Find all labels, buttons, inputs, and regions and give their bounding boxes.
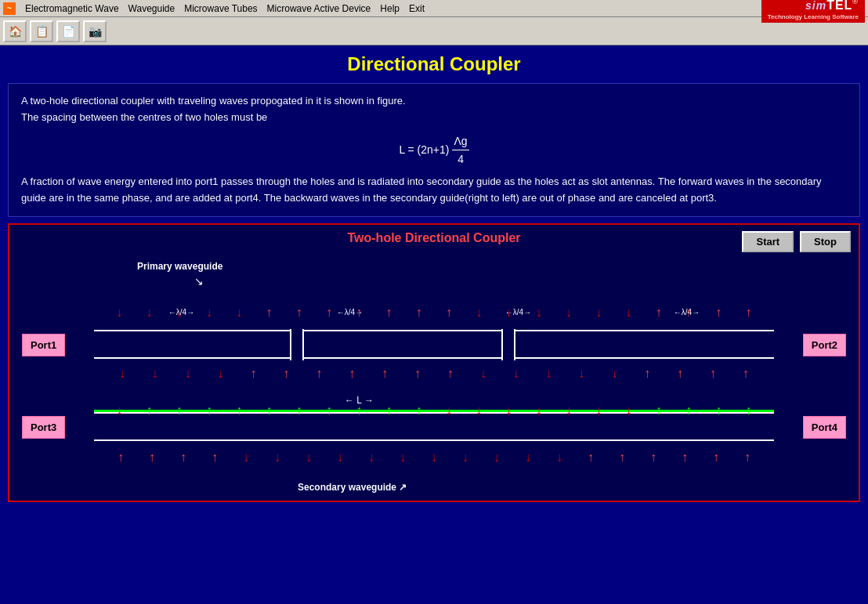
arr-dn-8: ↓ (534, 306, 544, 319)
arr-dn-r2-6: ↓ (512, 367, 521, 380)
secondary-arrow-row-red: ↑ ↑ ↑ ↑ ↓ ↓ ↓ ↓ ↓ ↓ ↓ ↓ ↓ ↓ ↓ ↑ ↑ ↑ ↑ ↑ (94, 451, 774, 464)
stop-button[interactable]: Stop (800, 231, 851, 252)
description-box: A two-hole directional coupler with trav… (8, 83, 860, 217)
main-content: Directional Coupler A two-hole direction… (0, 45, 868, 604)
secondary-waveguide-bottom-line (94, 439, 774, 441)
label-secondary-waveguide: Secondary waveguide ↗ (298, 482, 407, 493)
toolbar-list-button[interactable]: 📋 (30, 20, 53, 42)
arr-dn-s2-2: ↓ (273, 451, 282, 464)
arr-up-s1-14: ↑ (744, 404, 754, 417)
port1-label: Port1 (22, 334, 65, 356)
arr-dn-5: ↓ (234, 306, 244, 319)
primary-arrow-row-bottom: ↓ ↓ ↓ ↓ ↑ ↑ ↑ ↑ ↑ ↑ ↑ ↓ ↓ ↓ ↓ ↓ ↑ ↑ ↑ ↑ (94, 367, 774, 380)
arr-dn-1: ↓ (114, 306, 124, 319)
primary-arrow-row-top: ↓ ↓ ↓ ↓ ↓ ↑ ↑ ↑ ↑ ↑ ↑ ↑ ↓ ↓ ↓ ↓ ↓ ↓ (94, 306, 774, 319)
arr-dn-10: ↓ (594, 306, 603, 319)
arr-dn-s2-9: ↓ (492, 451, 501, 464)
menu-item-waveguide[interactable]: Waveguide (124, 2, 180, 16)
secondary-arrow-row-green: ↓ ↑ ↑ ↑ ↑ ↑ ↑ ↑ ↑ ↑ ↑ ↓ ↓ ↓ ↓ ↓ ↓ ↓ ↑ ↑ (94, 404, 774, 417)
animation-box: Two-hole Directional Coupler Start Stop … (8, 223, 860, 502)
toolbar-buttons: 🏠 📋 📄 📷 (3, 20, 107, 42)
arr-up-s1-3: ↑ (204, 404, 214, 417)
arr-up-s2-3: ↑ (179, 451, 188, 464)
arr-up-s1-6: ↑ (295, 404, 304, 417)
arr-dn-s2-11: ↓ (555, 451, 564, 464)
arr-dn-s1-8: ↓ (624, 404, 634, 417)
arr-dn-r2-8: ↓ (577, 367, 586, 380)
arr-up-r2-4: ↑ (347, 367, 356, 380)
arr-up-s1-8: ↑ (354, 404, 363, 417)
desc-para2: A fraction of wave energy entered into p… (21, 174, 847, 207)
arr-up-s2-4: ↑ (210, 451, 219, 464)
arr-up-5: ↑ (385, 306, 394, 319)
toolbar-camera-button[interactable]: 📷 (83, 20, 107, 42)
arr-up-10: ↑ (714, 306, 723, 319)
arr-up-r2-7: ↑ (446, 367, 455, 380)
arr-dn-r2-9: ↓ (609, 367, 619, 380)
arr-dn-s1-3: ↓ (474, 404, 483, 417)
arr-up-r2-3: ↑ (314, 367, 324, 380)
arr-dn-r2-7: ↓ (544, 367, 553, 380)
arr-up-11: ↑ (744, 306, 754, 319)
simtel-tagline: Technology Learning Software (768, 13, 859, 20)
start-button[interactable]: Start (742, 231, 794, 252)
arr-up-s1-11: ↑ (654, 404, 664, 417)
port2-label: Port2 (803, 334, 846, 356)
port4-label: Port4 (803, 416, 846, 439)
arr-dn-s1-2: ↓ (444, 404, 454, 417)
desc-line2: The spacing between the centres of two h… (21, 110, 847, 126)
arr-up-s1-4: ↑ (234, 404, 244, 417)
formula-fraction: Λg 4 (452, 132, 468, 168)
arr-dn-s2-8: ↓ (461, 451, 470, 464)
arr-dn-4: ↓ (204, 306, 214, 319)
arr-up-s1-12: ↑ (684, 404, 693, 417)
arr-up-r2-10: ↑ (708, 367, 718, 380)
arr-up-r2-8: ↑ (642, 367, 652, 380)
toolbar-doc-button[interactable]: 📄 (56, 20, 80, 42)
menu-item-microwave-active[interactable]: Microwave Active Device (262, 2, 376, 16)
arr-dn-2: ↓ (145, 306, 154, 319)
arr-up-7: ↑ (444, 306, 454, 319)
arr-up-r2-6: ↑ (413, 367, 422, 380)
arr-up-r2-2: ↑ (281, 367, 291, 380)
arr-up-s1-10: ↑ (414, 404, 424, 417)
coupling-box (16, 251, 243, 300)
arr-dn-7: ↓ (505, 306, 514, 319)
menu-item-em-wave[interactable]: Electromagnetic Wave (20, 2, 124, 16)
arr-dn-s1-5: ↓ (534, 404, 544, 417)
menubar: ~ Electromagnetic Wave Waveguide Microwa… (0, 0, 868, 17)
arr-up-s1-1: ↑ (145, 404, 154, 417)
primary-waveguide-top-line (94, 330, 774, 331)
arr-dn-s1-1: ↓ (114, 404, 124, 417)
arr-up-r2-9: ↑ (675, 367, 685, 380)
arr-up-s2-7: ↑ (649, 451, 658, 464)
arr-up-s2-8: ↑ (680, 451, 689, 464)
formula-left: L = (2n+1) (399, 141, 449, 158)
arr-dn-11: ↓ (624, 306, 634, 319)
arr-dn-s2-3: ↓ (304, 451, 313, 464)
arr-dn-r2-1: ↓ (118, 367, 127, 380)
desc-line1: A two-hole directional coupler with trav… (21, 93, 847, 110)
arr-dn-6: ↓ (474, 306, 483, 319)
arr-dn-s2-5: ↓ (367, 451, 376, 464)
arr-dn-r2-2: ↓ (150, 367, 160, 380)
label-primary-waveguide: Primary waveguide (137, 261, 222, 272)
arr-up-3: ↑ (324, 306, 334, 319)
hole2 (501, 329, 515, 360)
arr-dn-s2-10: ↓ (523, 451, 533, 464)
diagram: Primary waveguide ↘ ←λ/4→ ←λ/4→ ←λ/4→ ←λ… (16, 251, 852, 494)
menu-item-exit[interactable]: Exit (404, 2, 429, 16)
arr-up-s1-2: ↑ (175, 404, 184, 417)
arr-up-s1-7: ↑ (324, 404, 334, 417)
menu-item-help[interactable]: Help (375, 2, 404, 16)
anim-title: Two-hole Directional Coupler (16, 231, 852, 245)
toolbar-home-button[interactable]: 🏠 (3, 20, 27, 42)
page-title: Directional Coupler (8, 53, 860, 75)
arr-up-2: ↑ (295, 306, 304, 319)
port3-label: Port3 (22, 416, 65, 439)
arr-up-6: ↑ (414, 306, 424, 319)
menu-item-microwave-tubes[interactable]: Microwave Tubes (179, 2, 262, 16)
arr-up-r2-5: ↑ (380, 367, 389, 380)
simtel-brand: simTEL® (805, 0, 859, 13)
simtel-logo: simTEL® Technology Learning Software (761, 0, 865, 23)
